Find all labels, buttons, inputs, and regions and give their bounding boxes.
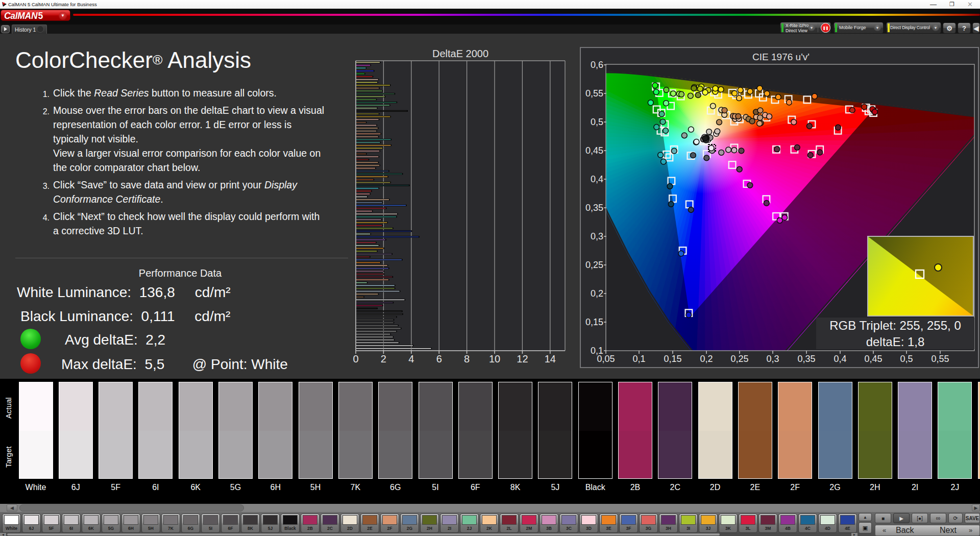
svg-text:0,45: 0,45 — [585, 145, 603, 156]
svg-text:6: 6 — [436, 353, 442, 364]
svg-text:0,3: 0,3 — [766, 354, 779, 364]
svg-text:0,55: 0,55 — [585, 88, 603, 99]
svg-text:0,25: 0,25 — [730, 354, 748, 364]
svg-text:DeltaE 2000: DeltaE 2000 — [432, 48, 488, 59]
svg-text:0,5: 0,5 — [900, 354, 913, 364]
svg-text:CIE 1976 u'v': CIE 1976 u'v' — [752, 52, 810, 62]
svg-text:2: 2 — [381, 353, 386, 364]
svg-text:RGB Triplet: 255, 255, 0: RGB Triplet: 255, 255, 0 — [829, 319, 961, 332]
svg-text:0,5: 0,5 — [591, 117, 603, 127]
svg-text:10: 10 — [489, 353, 500, 364]
svg-text:0,2: 0,2 — [591, 288, 603, 299]
svg-text:0,3: 0,3 — [591, 231, 603, 241]
svg-text:14: 14 — [545, 353, 556, 364]
svg-text:8: 8 — [464, 353, 470, 364]
svg-text:0,45: 0,45 — [864, 354, 882, 364]
svg-text:0,55: 0,55 — [931, 354, 949, 364]
svg-text:0,15: 0,15 — [585, 317, 603, 327]
svg-text:0,25: 0,25 — [585, 260, 603, 270]
svg-text:0,6: 0,6 — [591, 60, 603, 70]
svg-text:0,05: 0,05 — [597, 354, 615, 364]
svg-text:0,4: 0,4 — [591, 174, 603, 184]
svg-text:0: 0 — [353, 353, 358, 364]
svg-text:0,4: 0,4 — [834, 354, 846, 364]
svg-text:12: 12 — [517, 353, 528, 364]
svg-text:0,15: 0,15 — [664, 354, 681, 364]
svg-text:deltaE: 1,8: deltaE: 1,8 — [866, 335, 925, 349]
svg-text:0,35: 0,35 — [585, 203, 603, 213]
svg-text:0,1: 0,1 — [632, 354, 645, 364]
svg-text:4: 4 — [408, 353, 414, 364]
svg-text:0,35: 0,35 — [797, 354, 815, 364]
svg-text:0,2: 0,2 — [700, 354, 713, 364]
